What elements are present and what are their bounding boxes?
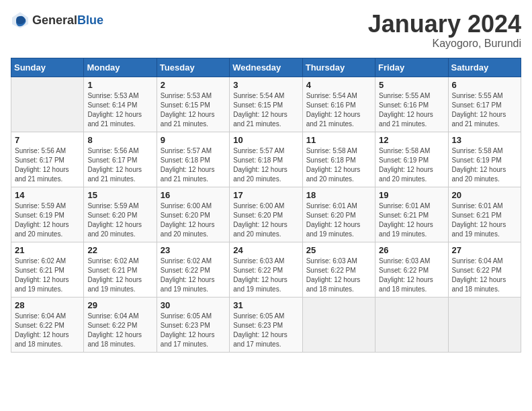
day-info: Sunrise: 6:03 AM Sunset: 6:22 PM Dayligh… xyxy=(233,257,298,294)
calendar-header-row: SundayMondayTuesdayWednesdayThursdayFrid… xyxy=(11,58,521,77)
day-number: 3 xyxy=(233,80,298,90)
day-info: Sunrise: 5:55 AM Sunset: 6:17 PM Dayligh… xyxy=(452,91,517,129)
day-info: Sunrise: 5:58 AM Sunset: 6:19 PM Dayligh… xyxy=(452,146,517,184)
day-info: Sunrise: 5:56 AM Sunset: 6:17 PM Dayligh… xyxy=(15,146,80,184)
calendar-cell: 25Sunrise: 6:03 AM Sunset: 6:22 PM Dayli… xyxy=(302,242,375,297)
day-number: 16 xyxy=(161,190,226,200)
day-info: Sunrise: 6:05 AM Sunset: 6:23 PM Dayligh… xyxy=(161,312,226,349)
header-thursday: Thursday xyxy=(302,58,375,77)
header-tuesday: Tuesday xyxy=(157,58,229,77)
calendar-cell xyxy=(11,77,84,132)
day-info: Sunrise: 6:00 AM Sunset: 6:20 PM Dayligh… xyxy=(233,201,298,239)
calendar-cell: 16Sunrise: 6:00 AM Sunset: 6:20 PM Dayli… xyxy=(157,187,229,242)
calendar-cell: 3Sunrise: 5:54 AM Sunset: 6:15 PM Daylig… xyxy=(230,77,302,132)
day-info: Sunrise: 5:59 AM Sunset: 6:19 PM Dayligh… xyxy=(15,201,80,239)
day-number: 22 xyxy=(87,245,152,255)
day-info: Sunrise: 5:56 AM Sunset: 6:17 PM Dayligh… xyxy=(87,146,152,184)
day-number: 4 xyxy=(306,80,371,90)
calendar-cell: 8Sunrise: 5:56 AM Sunset: 6:17 PM Daylig… xyxy=(84,132,157,187)
logo-text: GeneralBlue xyxy=(32,13,103,28)
calendar-cell: 5Sunrise: 5:55 AM Sunset: 6:16 PM Daylig… xyxy=(375,77,448,132)
calendar-cell: 20Sunrise: 6:01 AM Sunset: 6:21 PM Dayli… xyxy=(448,187,521,242)
calendar-cell: 13Sunrise: 5:58 AM Sunset: 6:19 PM Dayli… xyxy=(448,132,521,187)
calendar-cell: 11Sunrise: 5:58 AM Sunset: 6:18 PM Dayli… xyxy=(302,132,375,187)
day-info: Sunrise: 5:54 AM Sunset: 6:15 PM Dayligh… xyxy=(233,91,298,129)
calendar-cell: 10Sunrise: 5:57 AM Sunset: 6:18 PM Dayli… xyxy=(230,132,302,187)
day-number: 14 xyxy=(15,190,80,200)
day-number: 21 xyxy=(15,245,80,255)
day-info: Sunrise: 6:01 AM Sunset: 6:21 PM Dayligh… xyxy=(452,201,517,239)
day-info: Sunrise: 6:04 AM Sunset: 6:22 PM Dayligh… xyxy=(87,312,152,349)
logo-icon xyxy=(11,11,30,30)
title-block: January 2024 Kayogoro, Burundi xyxy=(368,11,521,50)
day-info: Sunrise: 6:04 AM Sunset: 6:22 PM Dayligh… xyxy=(452,257,517,294)
calendar-cell: 24Sunrise: 6:03 AM Sunset: 6:22 PM Dayli… xyxy=(230,242,302,297)
day-info: Sunrise: 6:04 AM Sunset: 6:22 PM Dayligh… xyxy=(15,312,80,349)
day-number: 18 xyxy=(306,190,371,200)
day-number: 23 xyxy=(161,245,226,255)
logo: GeneralBlue xyxy=(11,11,103,30)
header-wednesday: Wednesday xyxy=(230,58,302,77)
day-info: Sunrise: 5:53 AM Sunset: 6:15 PM Dayligh… xyxy=(161,91,226,129)
day-info: Sunrise: 6:03 AM Sunset: 6:22 PM Dayligh… xyxy=(306,257,371,294)
day-number: 5 xyxy=(379,80,444,90)
day-number: 27 xyxy=(452,245,517,255)
day-number: 24 xyxy=(233,245,298,255)
calendar-cell: 18Sunrise: 6:01 AM Sunset: 6:20 PM Dayli… xyxy=(302,187,375,242)
day-number: 13 xyxy=(452,135,517,145)
calendar-week-row: 28Sunrise: 6:04 AM Sunset: 6:22 PM Dayli… xyxy=(11,297,521,352)
day-number: 7 xyxy=(15,135,80,145)
day-info: Sunrise: 5:58 AM Sunset: 6:19 PM Dayligh… xyxy=(379,146,444,184)
calendar-cell: 22Sunrise: 6:02 AM Sunset: 6:21 PM Dayli… xyxy=(84,242,157,297)
calendar-cell: 26Sunrise: 6:03 AM Sunset: 6:22 PM Dayli… xyxy=(375,242,448,297)
day-number: 9 xyxy=(161,135,226,145)
day-number: 17 xyxy=(233,190,298,200)
day-number: 10 xyxy=(233,135,298,145)
calendar-cell: 12Sunrise: 5:58 AM Sunset: 6:19 PM Dayli… xyxy=(375,132,448,187)
day-number: 6 xyxy=(452,80,517,90)
header-friday: Friday xyxy=(375,58,448,77)
calendar-table: SundayMondayTuesdayWednesdayThursdayFrid… xyxy=(11,58,521,353)
month-year: January 2024 xyxy=(368,11,521,38)
calendar-cell: 7Sunrise: 5:56 AM Sunset: 6:17 PM Daylig… xyxy=(11,132,84,187)
day-number: 28 xyxy=(15,300,80,310)
calendar-cell: 6Sunrise: 5:55 AM Sunset: 6:17 PM Daylig… xyxy=(448,77,521,132)
day-number: 15 xyxy=(87,190,152,200)
header-sunday: Sunday xyxy=(11,58,84,77)
calendar-cell: 15Sunrise: 5:59 AM Sunset: 6:20 PM Dayli… xyxy=(84,187,157,242)
calendar-cell xyxy=(375,297,448,352)
calendar-cell: 30Sunrise: 6:05 AM Sunset: 6:23 PM Dayli… xyxy=(157,297,229,352)
day-info: Sunrise: 6:03 AM Sunset: 6:22 PM Dayligh… xyxy=(379,257,444,294)
day-info: Sunrise: 5:58 AM Sunset: 6:18 PM Dayligh… xyxy=(306,146,371,184)
calendar-week-row: 7Sunrise: 5:56 AM Sunset: 6:17 PM Daylig… xyxy=(11,132,521,187)
header-monday: Monday xyxy=(84,58,157,77)
day-number: 1 xyxy=(87,80,152,90)
calendar-cell: 14Sunrise: 5:59 AM Sunset: 6:19 PM Dayli… xyxy=(11,187,84,242)
location: Kayogoro, Burundi xyxy=(368,38,521,50)
day-number: 31 xyxy=(233,300,298,310)
page-header: GeneralBlue January 2024 Kayogoro, Burun… xyxy=(11,11,521,50)
calendar-cell: 27Sunrise: 6:04 AM Sunset: 6:22 PM Dayli… xyxy=(448,242,521,297)
calendar-cell: 1Sunrise: 5:53 AM Sunset: 6:14 PM Daylig… xyxy=(84,77,157,132)
day-number: 19 xyxy=(379,190,444,200)
day-info: Sunrise: 5:55 AM Sunset: 6:16 PM Dayligh… xyxy=(379,91,444,129)
calendar-cell xyxy=(448,297,521,352)
day-number: 29 xyxy=(87,300,152,310)
day-number: 11 xyxy=(306,135,371,145)
logo-general: General xyxy=(32,13,77,27)
calendar-cell: 23Sunrise: 6:02 AM Sunset: 6:22 PM Dayli… xyxy=(157,242,229,297)
day-info: Sunrise: 5:57 AM Sunset: 6:18 PM Dayligh… xyxy=(161,146,226,184)
day-info: Sunrise: 6:01 AM Sunset: 6:21 PM Dayligh… xyxy=(379,201,444,239)
day-info: Sunrise: 6:02 AM Sunset: 6:21 PM Dayligh… xyxy=(87,257,152,294)
day-number: 26 xyxy=(379,245,444,255)
header-saturday: Saturday xyxy=(448,58,521,77)
day-info: Sunrise: 5:53 AM Sunset: 6:14 PM Dayligh… xyxy=(87,91,152,129)
calendar-cell: 19Sunrise: 6:01 AM Sunset: 6:21 PM Dayli… xyxy=(375,187,448,242)
day-info: Sunrise: 5:57 AM Sunset: 6:18 PM Dayligh… xyxy=(233,146,298,184)
day-number: 2 xyxy=(161,80,226,90)
day-info: Sunrise: 6:02 AM Sunset: 6:22 PM Dayligh… xyxy=(161,257,226,294)
calendar-cell: 29Sunrise: 6:04 AM Sunset: 6:22 PM Dayli… xyxy=(84,297,157,352)
day-number: 20 xyxy=(452,190,517,200)
day-number: 8 xyxy=(87,135,152,145)
calendar-cell: 21Sunrise: 6:02 AM Sunset: 6:21 PM Dayli… xyxy=(11,242,84,297)
